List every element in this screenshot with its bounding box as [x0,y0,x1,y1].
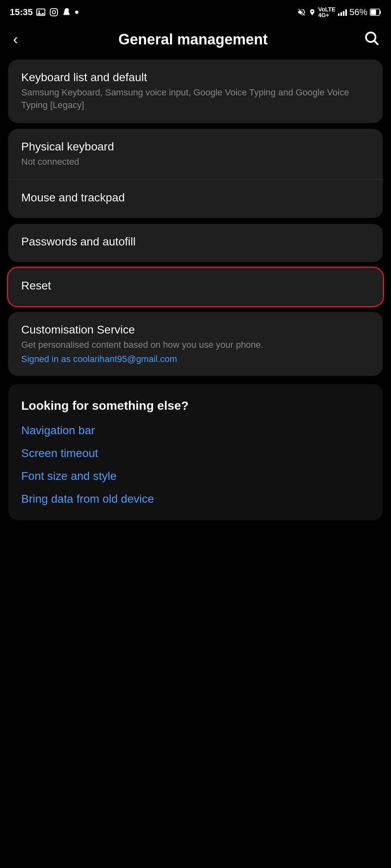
status-bar-right: VoLTE4G+ 56% [297,7,381,18]
svg-point-3 [52,11,56,14]
status-bar: 15:35 VoLTE4G+ 56% [0,0,391,23]
svg-rect-6 [380,11,381,14]
signal-bars [338,9,347,16]
keyboard-list-subtitle: Samsung Keyboard, Samsung voice input, G… [21,86,370,112]
location-icon [309,8,316,17]
customisation-service-card[interactable]: Customisation Service Get personalised c… [8,312,383,376]
svg-line-9 [374,41,378,44]
mute-icon [297,8,306,17]
screen-timeout-link[interactable]: Screen timeout [21,447,370,460]
reset-card[interactable]: Reset [8,268,383,306]
customisation-title: Customisation Service [21,323,370,336]
mouse-trackpad-item[interactable]: Mouse and trackpad [8,180,383,218]
font-size-style-link[interactable]: Font size and style [21,470,370,483]
keyboard-list-title: Keyboard list and default [21,71,370,84]
keyboard-list-card[interactable]: Keyboard list and default Samsung Keyboa… [8,60,383,123]
page-title: General management [118,31,268,48]
page-header: ‹ General management [0,23,391,60]
physical-keyboard-item[interactable]: Physical keyboard Not connected [8,129,383,180]
snapchat-icon [62,7,72,17]
back-button[interactable]: ‹ [8,29,23,50]
bring-data-link[interactable]: Bring data from old device [21,493,370,506]
svg-point-1 [38,11,40,12]
passwords-autofill-title: Passwords and autofill [21,235,370,248]
physical-keyboard-title: Physical keyboard [21,140,370,153]
search-icon [363,30,380,46]
svg-point-4 [56,10,57,11]
battery-icon [370,8,381,17]
customisation-subtitle: Get personalised content based on how yo… [21,339,370,351]
looking-for-section: Looking for something else? Navigation b… [8,384,383,520]
notification-dot [75,11,78,14]
reset-title: Reset [21,279,370,292]
customisation-email: Signed in as coolarihant95@gmail.com [21,354,370,364]
main-content: Keyboard list and default Samsung Keyboa… [0,60,391,520]
physical-keyboard-group: Physical keyboard Not connected Mouse an… [8,129,383,219]
svg-rect-7 [371,10,376,15]
gallery-icon [36,7,46,17]
mouse-trackpad-title: Mouse and trackpad [21,191,370,204]
passwords-autofill-card[interactable]: Passwords and autofill [8,224,383,262]
looking-title: Looking for something else? [21,399,370,413]
svg-rect-2 [50,9,58,16]
physical-keyboard-subtitle: Not connected [21,156,370,168]
lte-badge: VoLTE4G+ [318,7,335,18]
navigation-bar-link[interactable]: Navigation bar [21,424,370,437]
time-display: 15:35 [10,7,33,18]
instagram-icon [49,7,59,17]
svg-point-8 [366,32,375,42]
status-bar-left: 15:35 [10,7,78,18]
search-button[interactable] [363,30,380,50]
battery-percent: 56% [349,7,367,18]
